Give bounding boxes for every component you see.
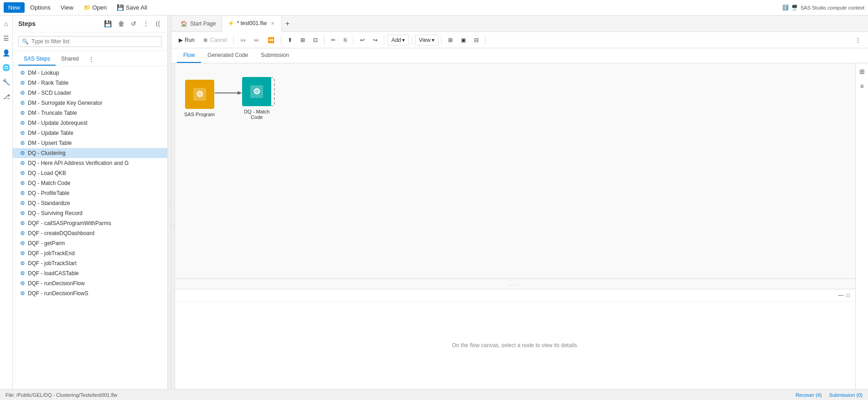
view-dropdown[interactable]: View ▾: [415, 35, 439, 46]
tool-icon[interactable]: 🔧: [1, 77, 12, 87]
open-folder-icon: 📁: [83, 4, 91, 11]
layers-icon[interactable]: ☰: [1, 33, 12, 44]
list-item[interactable]: ⚙ DQF - getParm: [13, 238, 167, 248]
list-item[interactable]: ⚙ DM - Update Jobrequest: [13, 118, 167, 128]
list-item[interactable]: ⚙ DQ - Match Code: [13, 178, 167, 188]
panel-resize-handle[interactable]: ⋮: [168, 15, 171, 389]
toolbar-sep-2: [281, 36, 281, 45]
step-back2-button[interactable]: ⏮: [237, 35, 249, 45]
sas-program-node[interactable]: ⚙ SAS Program: [184, 80, 215, 117]
list-item[interactable]: ⚙ DM - Truncate Table: [13, 108, 167, 118]
tab-close-icon[interactable]: ✕: [269, 21, 276, 26]
menu-save-all[interactable]: 💾 Save All: [112, 2, 152, 13]
steps-delete-icon[interactable]: 🗑: [116, 19, 126, 28]
layout2-button[interactable]: ▣: [457, 35, 470, 45]
toolbar-sep-4: [353, 36, 354, 45]
list-item[interactable]: ⚙ DQ - Standardize: [13, 198, 167, 208]
steps-more-icon[interactable]: ⋮: [141, 19, 151, 28]
git-icon[interactable]: ⎇: [1, 91, 12, 102]
undo-button[interactable]: ↩: [356, 35, 368, 45]
run-button[interactable]: ▶ Run: [175, 35, 198, 45]
list-item[interactable]: ⚙ DQ - Here API Address Verification and…: [13, 158, 167, 168]
inner-tab-generated-code[interactable]: Generated Code: [201, 48, 254, 63]
tab-test001[interactable]: ⚡ * test001.flw ✕: [222, 16, 282, 32]
list-item[interactable]: ⚙ DM - Update Table: [13, 128, 167, 138]
dq-match-box[interactable]: ⚙: [242, 77, 271, 106]
steps-tabs-more-icon[interactable]: ⋮: [86, 55, 96, 64]
steps-save-icon[interactable]: 💾: [102, 19, 114, 28]
tab-start-page[interactable]: 🏠 Start Page: [175, 15, 222, 31]
layout1-button[interactable]: ⊞: [444, 35, 456, 45]
list-item[interactable]: ⚙ DM - Surrogate Key Generator: [13, 98, 167, 108]
submission-button[interactable]: Submission (0): [829, 392, 863, 398]
list-item[interactable]: ⚙ DM - Upsert Table: [13, 138, 167, 148]
step-forward-button[interactable]: ⏭: [250, 35, 263, 45]
svg-text:⚙: ⚙: [196, 90, 203, 99]
tab-add-button[interactable]: +: [282, 20, 293, 28]
log-icon[interactable]: ≡: [858, 81, 865, 92]
upload-button[interactable]: ⬆: [284, 35, 296, 45]
tab-shared[interactable]: Shared: [56, 53, 84, 66]
list-item[interactable]: ⚙ DQ - Load QKB: [13, 168, 167, 178]
steps-collapse-icon[interactable]: ⟨⟨: [154, 19, 162, 28]
sas-program-label: SAS Program: [184, 112, 215, 117]
step-icon: ⚙: [20, 100, 25, 106]
copy-button[interactable]: ⎘: [340, 35, 351, 45]
list-item[interactable]: ⚙ DQF - loadCASTable: [13, 268, 167, 278]
canvas-container: ⋮ ⚙: [171, 63, 868, 389]
list-item[interactable]: ⚙ DQF - runDecisionFlowS: [13, 288, 167, 298]
list-item[interactable]: ⚙ DQF - jobTrackStart: [13, 258, 167, 268]
cancel-button[interactable]: ⏹ Cancel: [199, 35, 231, 45]
home-icon[interactable]: ⌂: [1, 18, 12, 29]
recover-button[interactable]: Recover (4): [796, 392, 822, 398]
sas-program-box[interactable]: ⚙: [185, 80, 214, 109]
menu-view[interactable]: View: [56, 2, 78, 13]
grid2-button[interactable]: ⊡: [310, 35, 321, 45]
properties-icon[interactable]: ⊞: [858, 66, 867, 77]
add-dropdown[interactable]: Add ▾: [387, 35, 408, 46]
list-item[interactable]: ⚙ DM - SCD Loader: [13, 88, 167, 98]
cut-button[interactable]: ✂: [327, 35, 339, 45]
person-icon[interactable]: 👤: [1, 47, 12, 58]
step-icon: ⚙: [20, 270, 25, 277]
step-back-button[interactable]: ⏪: [264, 35, 278, 45]
list-item[interactable]: ⚙ DQF - jobTrackEnd: [13, 248, 167, 258]
list-item[interactable]: ⚙ DQ - Surviving Record: [13, 208, 167, 218]
step-icon: ⚙: [20, 70, 25, 76]
list-item-selected[interactable]: ⚙ DQ - Clustering: [13, 148, 167, 158]
canvas-left-handle[interactable]: ⋮: [171, 63, 175, 389]
redo-button[interactable]: ↪: [369, 35, 381, 45]
list-item[interactable]: ⚙ DQF - runDecisionFlow: [13, 278, 167, 288]
steps-refresh-icon[interactable]: ↺: [129, 19, 138, 28]
compute-context-icon: 🖥️: [791, 5, 798, 10]
info-minimize-icon[interactable]: —: [838, 292, 844, 298]
dq-match-icon: ⚙: [248, 83, 265, 100]
list-item[interactable]: ⚙ DQ - ProfileTable: [13, 188, 167, 198]
menu-options[interactable]: Options: [26, 2, 55, 13]
list-item[interactable]: ⚙ DQF - callSASProgramWithParms: [13, 218, 167, 228]
layout3-button[interactable]: ⊟: [470, 35, 482, 45]
steps-list: ⚙ DM - Lookup ⚙ DM - Rank Table ⚙ DM - S…: [13, 66, 167, 389]
tab-sas-steps[interactable]: SAS Steps: [18, 53, 56, 66]
more-button[interactable]: ⋮: [852, 35, 864, 45]
step-icon: ⚙: [20, 90, 25, 96]
list-item[interactable]: ⚙ DQF - createDQDashboard: [13, 228, 167, 238]
run-icon: ▶: [179, 37, 183, 43]
dq-match-node[interactable]: ⚙ DQ - MatchCode: [242, 77, 271, 120]
save-icon: 💾: [117, 4, 124, 11]
flow-node-group: ⚙ SAS Program: [184, 77, 271, 120]
list-item[interactable]: ⚙ DM - Rank Table: [13, 78, 167, 88]
status-bar: File: /Public/GEL/DQ - Clustering/Tests/…: [0, 389, 868, 400]
menu-new[interactable]: New: [4, 2, 25, 13]
inner-tab-flow[interactable]: Flow: [177, 48, 201, 63]
step-icon: ⚙: [20, 230, 25, 236]
list-item[interactable]: ⚙ DM - Lookup: [13, 68, 167, 78]
menu-open[interactable]: 📁 Open: [79, 2, 111, 13]
info-maximize-icon[interactable]: □: [847, 292, 850, 298]
search-input[interactable]: [18, 36, 162, 47]
canvas-main[interactable]: ⚙ SAS Program: [175, 63, 855, 289]
grid-button[interactable]: ⊞: [297, 35, 309, 45]
inner-tab-submission[interactable]: Submission: [254, 48, 295, 63]
globe-icon[interactable]: 🌐: [1, 62, 12, 73]
add-chevron-icon: ▾: [402, 37, 405, 43]
